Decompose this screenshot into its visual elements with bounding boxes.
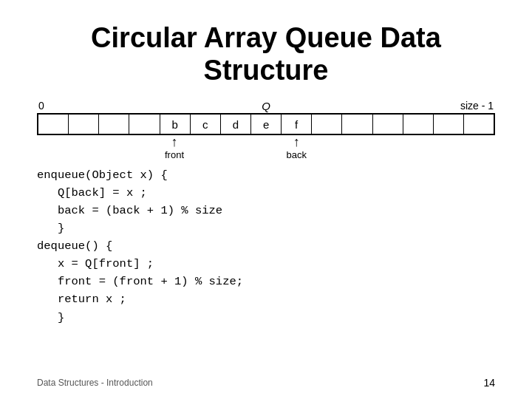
code-line-6: front = (front + 1) % size; [37,273,495,290]
array-cell-9 [312,113,342,135]
arrows-row: ↑front↑back [37,135,495,159]
code-line-4: dequeue() { [37,237,495,255]
code-line-8: } [37,309,495,327]
code-line-5: x = Q[front] ; [37,255,495,273]
slide-title: Circular Array Queue Data Structure [37,22,495,86]
array-row: bcdef [37,113,495,135]
q-label: Q [262,100,270,112]
array-cell-14 [464,113,494,135]
slide: Circular Array Queue Data Structure 0 si… [0,0,532,399]
code-line-0: enqueue(Object x) { [37,166,495,184]
array-cell-0 [38,113,69,135]
front-arrow: ↑front [165,135,184,160]
label-zero: 0 [38,100,44,112]
array-cell-6: d [221,113,251,135]
code-line-7: return x ; [37,290,495,308]
array-cell-1 [69,113,99,135]
title-line1: Circular Array Queue Data [91,22,441,53]
footer-page: 14 [483,377,495,389]
array-cell-10 [342,113,372,135]
code-line-3: } [37,219,495,237]
code-line-1: Q[back] = x ; [37,184,495,202]
footer-text: Data Structures - Introduction [37,378,153,388]
array-cell-4: b [160,113,191,135]
array-cell-12 [403,113,434,135]
label-size: size - 1 [460,100,494,112]
array-section: 0 size - 1 Q bcdef ↑front↑back [37,100,495,159]
array-cell-13 [434,113,464,135]
back-label: back [287,149,307,160]
back-arrow-symbol: ↑ [293,135,300,149]
array-cell-5: c [191,113,221,135]
array-cell-7: e [251,113,282,135]
back-arrow: ↑back [287,135,307,160]
code-section: enqueue(Object x) { Q[back] = x ; back =… [37,166,495,326]
array-cell-2 [99,113,129,135]
array-cell-11 [373,113,403,135]
title-line2: Structure [204,55,329,86]
array-cell-3 [129,113,160,135]
code-line-2: back = (back + 1) % size [37,202,495,219]
array-cell-8: f [282,113,312,135]
front-label: front [165,149,184,160]
footer: Data Structures - Introduction 14 [37,377,495,389]
front-arrow-symbol: ↑ [171,135,177,149]
